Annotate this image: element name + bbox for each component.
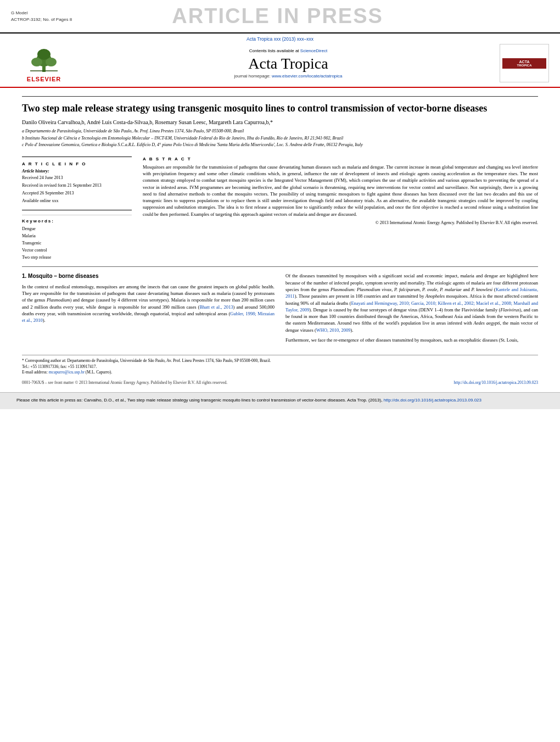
keywords-heading: Keywords: <box>22 219 132 224</box>
main-content: Two step male release strategy using tra… <box>0 88 560 355</box>
keyword-dengue: Dengue <box>22 226 132 233</box>
journal-homepage: journal homepage: www.elsevier.com/locat… <box>77 74 500 79</box>
body-col-right: Of the diseases transmitted by mosquitoe… <box>285 272 538 347</box>
svg-point-4 <box>37 49 51 60</box>
abstract-section: A B S T R A C T Mosquitoes are responsib… <box>143 157 538 226</box>
info-abstract-cols: A R T I C L E I N F O Article history: R… <box>22 157 538 261</box>
received-revised: Received in revised form 21 September 20… <box>22 182 132 188</box>
received-date: Received 24 June 2013 <box>22 175 132 181</box>
acta-tropica-logo: ACTA TROPICA <box>500 44 549 82</box>
keyword-malaria: Malaria <box>22 233 132 240</box>
article-in-press-title: ARTICLE IN PRESS <box>72 4 483 28</box>
section1-col2-para2: Furthermore, we face the re-emergence of… <box>285 337 538 343</box>
gmodel-label: G Model <box>11 10 72 16</box>
gmodel-info: G Model ACTROP-3192; No. of Pages 8 <box>11 10 72 22</box>
cite-line: Please cite this article in press as: Ca… <box>16 397 544 404</box>
acta-logo-text: ACTA <box>505 60 544 64</box>
authors-line: Danilo Oliveira Carvalhoa,b, André Luis … <box>22 119 538 125</box>
article-id: ACTROP-3192; No. of Pages 8 <box>11 16 72 23</box>
footer-doi[interactable]: http://dx.doi.org/10.1016/j.actatropica.… <box>454 380 538 385</box>
history-label: Article history: <box>22 169 132 174</box>
available-online: Available online xxx <box>22 198 132 204</box>
keyword-vector-control: Vector control <box>22 247 132 254</box>
sciencedirect-link[interactable]: ScienceDirect <box>300 48 327 53</box>
journal-header-row: ELSEVIER Contents lists available at Sci… <box>11 44 549 82</box>
bottom-citation-bar: Please cite this article in press as: Ca… <box>0 392 560 409</box>
homepage-link[interactable]: www.elsevier.com/locate/actatropica <box>272 74 343 79</box>
contents-note: Contents lists available at ScienceDirec… <box>77 48 500 53</box>
tel-fax: Tel.: +55 1130917336; fax: +55 113091741… <box>22 364 538 370</box>
article-press-header: G Model ACTROP-3192; No. of Pages 8 ARTI… <box>0 0 560 34</box>
section1-col2-para1: Of the diseases transmitted by mosquitoe… <box>285 272 538 333</box>
article-title: Two step male release strategy using tra… <box>22 96 538 115</box>
acta-logo-sub: TROPICA <box>505 64 544 67</box>
keywords-section: Keywords: Dengue Malaria Transgenic Vect… <box>22 215 132 261</box>
elsevier-label: ELSEVIER <box>27 76 61 82</box>
section1-title: 1. Mosquito – borne diseases <box>22 272 275 281</box>
journal-title-center: Contents lists available at ScienceDirec… <box>77 48 500 79</box>
footnote-star: * Corresponding author at: Departamento … <box>22 358 538 364</box>
section1-col1-para1: In the context of medical entomology, mo… <box>22 283 275 324</box>
affil-c: c Polo d' Innovazione Genomica, Genetica… <box>22 142 538 148</box>
keyword-two-step: Two step release <box>22 254 132 261</box>
keyword-transgenic: Transgenic <box>22 240 132 247</box>
cite-text: Please cite this article in press as: Ca… <box>16 398 382 403</box>
email-author: (M.L. Capurro). <box>86 370 112 375</box>
footer-left: 0001-706X/$ – see front matter © 2013 In… <box>22 380 227 385</box>
abstract-heading: A B S T R A C T <box>143 157 538 161</box>
email-line: E-mail address: mcapurro@icu.usp.br (M.L… <box>22 370 538 376</box>
article-info-box: A R T I C L E I N F O Article history: R… <box>22 157 132 211</box>
abstract-col: A B S T R A C T Mosquitoes are responsib… <box>143 157 538 261</box>
affiliations: a Departamento de Parasitologia, Univers… <box>22 129 538 148</box>
page: G Model ACTROP-3192; No. of Pages 8 ARTI… <box>0 0 560 742</box>
affil-a: a Departamento de Parasitologia, Univers… <box>22 129 538 134</box>
article-info-heading: A R T I C L E I N F O <box>22 161 132 166</box>
acta-logo-inner: ACTA TROPICA <box>502 58 546 69</box>
accepted-date: Accepted 26 September 2013 <box>22 190 132 196</box>
journal-ref: Acta Tropica xxx (2013) xxx–xxx <box>247 36 313 42</box>
abstract-text: Mosquitoes are responsible for the trans… <box>143 164 538 218</box>
copyright-line: © 2013 International Atomic Energy Agenc… <box>143 220 538 225</box>
article-info-col: A R T I C L E I N F O Article history: R… <box>22 157 132 261</box>
email-address[interactable]: mcapurro@icu.usp.br <box>49 370 85 375</box>
email-label: E-mail address: <box>22 370 48 375</box>
page-footer: 0001-706X/$ – see front matter © 2013 In… <box>0 378 560 387</box>
section-divider <box>22 266 538 267</box>
journal-name: Acta Tropica <box>77 55 500 72</box>
journal-header: Acta Tropica xxx (2013) xxx–xxx ELSEVIER <box>0 34 560 88</box>
elsevier-logo: ELSEVIER <box>11 44 77 82</box>
body-two-col: 1. Mosquito – borne diseases In the cont… <box>22 272 538 347</box>
affil-b: b Instituto Nacional de Ciência e Tecnol… <box>22 136 538 141</box>
body-col-left: 1. Mosquito – borne diseases In the cont… <box>22 272 275 347</box>
journal-ref-line: Acta Tropica xxx (2013) xxx–xxx <box>11 36 549 42</box>
footnotes-area: * Corresponding author at: Departamento … <box>22 355 538 378</box>
elsevier-tree-icon <box>25 44 63 75</box>
cite-doi-link[interactable]: http://dx.doi.org/10.1016/j.actatropica.… <box>384 398 481 403</box>
